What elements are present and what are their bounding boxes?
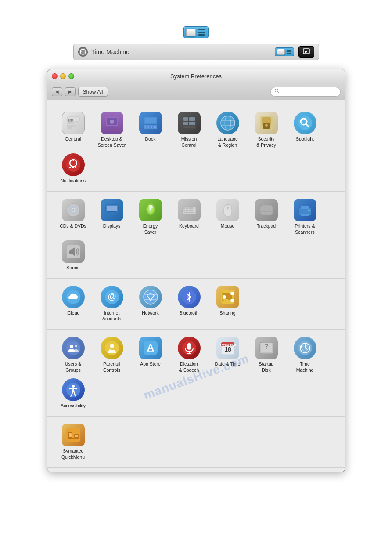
- svg-text:18: 18: [224, 346, 231, 353]
- pref-item-dock[interactable]: Dock: [131, 109, 170, 151]
- general-icon: File New Doc: [62, 112, 85, 134]
- appstore-label: App Store: [140, 361, 161, 367]
- svg-point-107: [109, 349, 111, 352]
- toggle-bar-2: [198, 32, 205, 33]
- zoom-button[interactable]: [68, 73, 74, 79]
- time-machine-icon: [78, 47, 88, 57]
- svg-rect-64: [183, 207, 185, 209]
- users-label: Users &Groups: [65, 361, 81, 373]
- section-hardware: CDs & DVDs Displays: [47, 192, 345, 279]
- toggle-bars: [197, 28, 206, 36]
- pref-item-parental[interactable]: ParentalControls: [93, 334, 131, 376]
- svg-rect-9: [67, 127, 72, 129]
- pref-item-sound[interactable]: Sound: [54, 238, 93, 274]
- svg-rect-16: [108, 127, 116, 128]
- pref-item-spotlight[interactable]: Spotlight: [286, 109, 324, 151]
- pref-item-appstore[interactable]: A App Store: [131, 334, 170, 376]
- svg-rect-68: [183, 210, 185, 211]
- pref-item-desktop[interactable]: Desktop &Screen Saver: [93, 109, 131, 151]
- svg-rect-26: [183, 117, 188, 121]
- pref-item-general[interactable]: File New Doc General: [54, 109, 93, 151]
- desktop-icon: [101, 112, 123, 134]
- time-machine-toggle[interactable]: [275, 47, 294, 56]
- pref-item-dictation[interactable]: Dictation& Speech: [170, 334, 209, 376]
- svg-rect-30: [183, 126, 195, 128]
- sound-label: Sound: [66, 265, 79, 271]
- pref-item-startup[interactable]: ? StartupDisk: [247, 334, 286, 376]
- back-button[interactable]: ◀: [52, 87, 62, 96]
- search-icon: [274, 88, 280, 95]
- internet-label: InternetAccounts: [102, 310, 121, 322]
- pref-item-trackpad[interactable]: Trackpad: [247, 196, 286, 238]
- bluetooth-icon: [178, 286, 201, 308]
- svg-point-99: [223, 295, 226, 299]
- search-box[interactable]: [270, 87, 341, 97]
- sharing-label: Sharing: [219, 310, 235, 316]
- pref-item-internet[interactable]: @ InternetAccounts: [93, 283, 131, 325]
- tm-toggle-knob: [277, 49, 285, 55]
- pref-item-printers[interactable]: Printers &Scanners: [286, 196, 324, 238]
- spotlight-icon: [294, 112, 316, 134]
- top-toggle-area: [0, 0, 392, 38]
- svg-rect-28: [183, 122, 188, 125]
- mission-label: MissionControl: [181, 136, 197, 148]
- pref-item-timemachine[interactable]: TimeMachine: [286, 334, 324, 376]
- trackpad-icon: [255, 199, 278, 221]
- title-bar: System Preferences: [47, 69, 345, 83]
- svg-rect-70: [189, 210, 191, 211]
- cds-label: CDs & DVDs: [60, 223, 86, 229]
- pref-item-language[interactable]: Language& Region: [209, 109, 247, 151]
- displays-icon: [101, 199, 123, 221]
- symantec-label: SymantecQuickMenu: [61, 448, 85, 460]
- appstore-icon: A: [139, 337, 162, 359]
- show-all-button[interactable]: Show All: [78, 87, 108, 97]
- pref-item-symantec[interactable]: SymantecQuickMenu: [54, 421, 93, 463]
- forward-button[interactable]: ▶: [65, 87, 76, 96]
- pref-item-displays[interactable]: Displays: [93, 196, 131, 238]
- network-icon: [139, 286, 162, 308]
- pref-item-mouse[interactable]: Mouse: [209, 196, 247, 238]
- svg-rect-112: [187, 343, 191, 350]
- pref-item-datetime[interactable]: DATE & TIME 18 Date & Time: [209, 334, 247, 376]
- top-toggle-switch[interactable]: [183, 26, 209, 38]
- svg-rect-76: [261, 206, 272, 214]
- minimize-button[interactable]: [60, 73, 66, 79]
- startup-icon: ?: [255, 337, 278, 359]
- pref-item-icloud[interactable]: iCloud: [54, 283, 93, 325]
- pref-item-energy[interactable]: EnergySaver: [131, 196, 170, 238]
- pref-item-cds[interactable]: CDs & DVDs: [54, 196, 93, 238]
- pref-item-sharing[interactable]: Sharing: [209, 283, 247, 325]
- svg-rect-65: [186, 207, 188, 209]
- pref-item-security[interactable]: Security& Privacy: [247, 109, 286, 151]
- time-machine-arrow-button[interactable]: [298, 46, 314, 58]
- svg-text:?: ?: [264, 343, 269, 350]
- svg-point-102: [66, 341, 80, 355]
- pref-item-notifications[interactable]: Notifications: [54, 151, 93, 187]
- internet-icon: @: [101, 286, 123, 308]
- language-label: Language& Region: [217, 136, 238, 148]
- cds-icon: [62, 199, 85, 221]
- close-button[interactable]: [52, 73, 58, 79]
- tm-toggle-bars: [286, 49, 292, 54]
- tm-bar-1: [287, 50, 291, 51]
- section-other: SymantecQuickMenu: [47, 417, 345, 468]
- svg-rect-15: [109, 126, 115, 127]
- toggle-knob: [186, 29, 196, 36]
- toggle-bar-1: [198, 29, 205, 30]
- svg-rect-22: [152, 126, 154, 128]
- pref-item-mission[interactable]: MissionControl: [170, 109, 209, 151]
- pref-item-accessibility[interactable]: Accessibility: [54, 376, 93, 412]
- parental-icon: [101, 337, 123, 359]
- svg-point-47: [72, 160, 74, 161]
- pref-item-keyboard[interactable]: Keyboard: [170, 196, 209, 238]
- svg-rect-132: [69, 433, 72, 437]
- pref-item-network[interactable]: Network: [131, 283, 170, 325]
- svg-point-74: [227, 207, 229, 209]
- users-icon: [62, 337, 85, 359]
- parental-label: ParentalControls: [103, 361, 120, 373]
- window-title: System Preferences: [170, 73, 222, 80]
- tm-bar-2: [287, 51, 291, 52]
- pref-item-users[interactable]: Users &Groups: [54, 334, 93, 376]
- svg-rect-38: [262, 117, 271, 123]
- pref-item-bluetooth[interactable]: Bluetooth: [170, 283, 209, 325]
